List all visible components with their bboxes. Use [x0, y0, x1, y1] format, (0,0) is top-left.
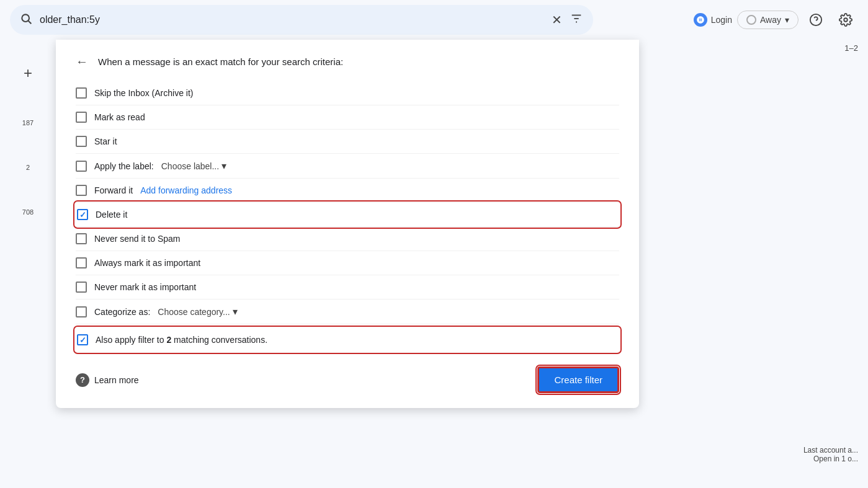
star-it-checkbox[interactable] — [76, 136, 87, 147]
svg-line-1 — [29, 20, 32, 24]
never-spam-label[interactable]: Never send it to Spam — [76, 233, 181, 244]
login-icon — [694, 13, 707, 27]
always-important-label[interactable]: Always mark it as important — [76, 257, 200, 268]
panel-footer: ? Learn more Create filter — [76, 362, 619, 393]
sidebar-count-2: 2 — [26, 164, 30, 171]
star-it-label[interactable]: Star it — [76, 136, 117, 147]
filter-row-never-important: Never mark it as important — [76, 275, 619, 299]
filter-row-apply-label: Apply the label: Choose label... ▾ — [76, 154, 619, 178]
svg-point-0 — [22, 14, 29, 22]
login-label: Login — [711, 15, 732, 25]
sidebar: + 187 2 708 — [0, 40, 56, 216]
search-icon — [20, 12, 32, 28]
last-account-info: Last account a... Open in 1 o... — [803, 446, 858, 463]
mark-as-read-checkbox[interactable] — [76, 112, 87, 123]
learn-more-area: ? Learn more — [76, 373, 139, 387]
apply-label-text: Apply the label: — [94, 161, 154, 171]
mark-as-read-label[interactable]: Mark as read — [76, 112, 145, 123]
filter-row-forward-it: Forward it Add forwarding address — [76, 179, 619, 202]
learn-more-link[interactable]: Learn more — [94, 375, 139, 385]
topbar-right: Login Away ▾ — [694, 7, 858, 32]
never-spam-checkbox[interactable] — [76, 233, 87, 244]
filter-row-always-important: Always mark it as important — [76, 251, 619, 275]
panel-header-text: When a message is an exact match for you… — [98, 56, 343, 67]
star-it-text: Star it — [94, 136, 117, 146]
search-clear-button[interactable]: ✕ — [552, 12, 562, 27]
topbar: ✕ Login Away ▾ — [0, 0, 868, 40]
away-circle-icon — [746, 15, 756, 25]
filter-row-delete-it: Delete it — [76, 203, 619, 226]
filter-row-also-apply: Also apply filter to 2 matching conversa… — [76, 328, 619, 352]
search-input[interactable] — [40, 14, 544, 25]
create-filter-button[interactable]: Create filter — [537, 366, 619, 393]
skip-inbox-label[interactable]: Skip the Inbox (Archive it) — [76, 87, 194, 99]
add-icon[interactable]: + — [24, 64, 32, 82]
skip-inbox-text: Skip the Inbox (Archive it) — [94, 88, 194, 98]
choose-category-text: Choose category... — [158, 307, 230, 317]
filter-row-star-it: Star it — [76, 130, 619, 153]
delete-it-checkbox[interactable] — [77, 209, 88, 220]
search-filter-button[interactable] — [570, 12, 583, 29]
help-button[interactable] — [803, 7, 828, 32]
away-button[interactable]: Away ▾ — [737, 11, 799, 29]
never-important-text: Never mark it as important — [94, 282, 196, 292]
filter-panel: ← When a message is an exact match for y… — [56, 40, 639, 408]
also-apply-text: Also apply filter to 2 matching conversa… — [96, 335, 267, 345]
skip-inbox-checkbox[interactable] — [76, 87, 87, 99]
settings-button[interactable] — [833, 7, 858, 32]
label-dropdown-arrow-icon: ▾ — [221, 160, 226, 172]
search-bar: ✕ — [10, 5, 593, 35]
sidebar-count-3: 708 — [22, 208, 34, 216]
forward-it-checkbox[interactable] — [76, 185, 87, 196]
category-dropdown-arrow-icon: ▾ — [233, 306, 238, 317]
choose-label-dropdown[interactable]: Choose label... ▾ — [161, 160, 226, 172]
away-chevron-icon: ▾ — [785, 15, 789, 25]
page-info: 1–2 — [844, 43, 858, 53]
always-important-text: Always mark it as important — [94, 258, 200, 268]
never-spam-text: Never send it to Spam — [94, 234, 181, 244]
mark-as-read-text: Mark as read — [94, 112, 145, 122]
choose-category-dropdown[interactable]: Choose category... ▾ — [158, 306, 237, 317]
choose-label-text: Choose label... — [161, 161, 219, 171]
never-important-checkbox[interactable] — [76, 282, 87, 293]
learn-more-help-icon: ? — [76, 373, 89, 387]
sidebar-count-1: 187 — [22, 119, 34, 126]
also-apply-checkbox[interactable] — [77, 334, 88, 345]
filter-row-skip-inbox: Skip the Inbox (Archive it) — [76, 81, 619, 105]
filter-row-never-spam: Never send it to Spam — [76, 227, 619, 251]
always-important-checkbox[interactable] — [76, 257, 87, 268]
never-important-label[interactable]: Never mark it as important — [76, 282, 196, 293]
delete-it-text: Delete it — [96, 210, 127, 220]
filter-row-categorize-as: Categorize as: Choose category... ▾ — [76, 299, 619, 324]
login-button[interactable]: Login — [694, 13, 732, 27]
back-button[interactable]: ← — [76, 55, 88, 69]
categorize-as-text: Categorize as: — [94, 307, 150, 317]
forward-it-text: Forward it — [94, 185, 133, 195]
categorize-as-checkbox[interactable] — [76, 306, 87, 317]
panel-header: ← When a message is an exact match for y… — [76, 55, 619, 69]
filter-row-mark-as-read: Mark as read — [76, 105, 619, 129]
apply-label-checkbox[interactable] — [76, 161, 87, 172]
away-label: Away — [760, 15, 781, 25]
add-forwarding-link[interactable]: Add forwarding address — [140, 185, 232, 195]
svg-point-7 — [844, 18, 848, 22]
